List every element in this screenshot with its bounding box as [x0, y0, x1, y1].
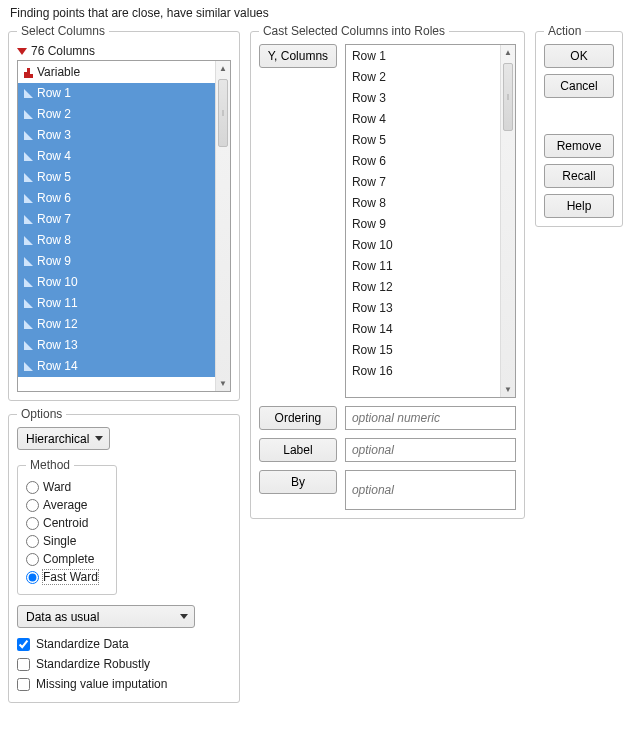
list-item[interactable]: Row 2	[18, 104, 215, 125]
continuous-icon	[24, 173, 33, 182]
list-item[interactable]: Row 1	[346, 46, 500, 67]
list-item[interactable]: Row 14	[346, 319, 500, 340]
list-item[interactable]: Row 2	[346, 67, 500, 88]
list-item-label: Row 11	[37, 293, 78, 314]
recall-button[interactable]: Recall	[544, 164, 614, 188]
list-item[interactable]: Row 5	[18, 167, 215, 188]
columns-listbox[interactable]: Variable Row 1 Row 2 Row 3 Row 4 Row 5 R…	[17, 60, 231, 392]
action-panel: Action OK Cancel Remove Recall Help	[535, 24, 623, 227]
missing-value-imputation-check[interactable]: Missing value imputation	[17, 674, 231, 694]
standardize-data-check[interactable]: Standardize Data	[17, 634, 231, 654]
method-radio-ward[interactable]: Ward	[26, 478, 108, 496]
by-button[interactable]: By	[259, 470, 337, 494]
method-radio-average[interactable]: Average	[26, 496, 108, 514]
list-item[interactable]: Row 5	[346, 130, 500, 151]
scroll-down-icon[interactable]: ▼	[501, 382, 515, 397]
list-item[interactable]: Row 1	[18, 83, 215, 104]
dialog-caption: Finding points that are close, have simi…	[10, 6, 623, 20]
disclosure-icon[interactable]	[17, 48, 27, 55]
scroll-up-icon[interactable]: ▲	[501, 45, 515, 60]
y-columns-button[interactable]: Y, Columns	[259, 44, 337, 68]
radio-input[interactable]	[26, 553, 39, 566]
label-input[interactable]	[345, 438, 516, 462]
radio-input[interactable]	[26, 517, 39, 530]
by-input[interactable]	[345, 470, 516, 510]
list-item[interactable]: Row 16	[346, 361, 500, 382]
radio-label: Ward	[43, 480, 71, 494]
standardize-robustly-check[interactable]: Standardize Robustly	[17, 654, 231, 674]
list-item[interactable]: Row 12	[18, 314, 215, 335]
radio-input[interactable]	[26, 571, 39, 584]
list-item[interactable]: Row 3	[18, 125, 215, 146]
scroll-up-icon[interactable]: ▲	[216, 61, 230, 76]
list-item[interactable]: Row 14	[18, 356, 215, 377]
method-radio-centroid[interactable]: Centroid	[26, 514, 108, 532]
list-item[interactable]: Row 10	[18, 272, 215, 293]
ordering-input[interactable]	[345, 406, 516, 430]
continuous-icon	[24, 320, 33, 329]
checkbox-input[interactable]	[17, 678, 30, 691]
list-item[interactable]: Row 7	[18, 209, 215, 230]
list-item[interactable]: Row 8	[18, 230, 215, 251]
radio-label: Average	[43, 498, 87, 512]
radio-input[interactable]	[26, 481, 39, 494]
continuous-icon	[24, 236, 33, 245]
method-radio-single[interactable]: Single	[26, 532, 108, 550]
checkbox-input[interactable]	[17, 658, 30, 671]
continuous-icon	[24, 89, 33, 98]
checkbox-input[interactable]	[17, 638, 30, 651]
list-item-label: Row 12	[37, 314, 78, 335]
list-item[interactable]: Row 4	[18, 146, 215, 167]
scrollbar[interactable]: ▲ ▼	[215, 61, 230, 391]
algorithm-combo-label: Hierarchical	[26, 432, 89, 446]
list-item[interactable]: Row 13	[18, 335, 215, 356]
column-count-row[interactable]: 76 Columns	[17, 44, 231, 58]
continuous-icon	[24, 299, 33, 308]
radio-input[interactable]	[26, 535, 39, 548]
continuous-icon	[24, 341, 33, 350]
list-item[interactable]: Row 13	[346, 298, 500, 319]
label-button[interactable]: Label	[259, 438, 337, 462]
continuous-icon	[24, 278, 33, 287]
list-item-label: Row 6	[37, 188, 71, 209]
list-item[interactable]: Row 6	[18, 188, 215, 209]
list-item[interactable]: Row 3	[346, 88, 500, 109]
continuous-icon	[24, 194, 33, 203]
ok-button[interactable]: OK	[544, 44, 614, 68]
list-item-label: Row 2	[37, 104, 71, 125]
nominal-icon	[24, 68, 33, 78]
checkbox-label: Missing value imputation	[36, 677, 167, 691]
radio-input[interactable]	[26, 499, 39, 512]
method-radio-complete[interactable]: Complete	[26, 550, 108, 568]
list-item[interactable]: Row 6	[346, 151, 500, 172]
continuous-icon	[24, 257, 33, 266]
list-item[interactable]: Row 12	[346, 277, 500, 298]
help-button[interactable]: Help	[544, 194, 614, 218]
list-item[interactable]: Row 9	[18, 251, 215, 272]
list-item-label: Row 7	[37, 209, 71, 230]
data-handling-combo[interactable]: Data as usual	[17, 605, 195, 628]
algorithm-combo[interactable]: Hierarchical	[17, 427, 110, 450]
list-item[interactable]: Row 9	[346, 214, 500, 235]
list-item[interactable]: Row 4	[346, 109, 500, 130]
chevron-down-icon	[95, 436, 103, 441]
list-item[interactable]: Row 8	[346, 193, 500, 214]
list-item[interactable]: Row 7	[346, 172, 500, 193]
options-legend: Options	[17, 407, 66, 421]
remove-button[interactable]: Remove	[544, 134, 614, 158]
list-item-label: Row 9	[37, 251, 71, 272]
radio-label: Complete	[43, 552, 94, 566]
scroll-thumb[interactable]	[503, 63, 513, 131]
list-item[interactable]: Row 10	[346, 235, 500, 256]
list-item[interactable]: Row 11	[346, 256, 500, 277]
cancel-button[interactable]: Cancel	[544, 74, 614, 98]
method-radio-fast-ward[interactable]: Fast Ward	[26, 568, 108, 586]
y-columns-listbox[interactable]: Row 1 Row 2 Row 3 Row 4 Row 5 Row 6 Row …	[345, 44, 516, 398]
ordering-button[interactable]: Ordering	[259, 406, 337, 430]
scrollbar[interactable]: ▲ ▼	[500, 45, 515, 397]
scroll-thumb[interactable]	[218, 79, 228, 147]
scroll-down-icon[interactable]: ▼	[216, 376, 230, 391]
list-item-variable[interactable]: Variable	[18, 62, 215, 83]
list-item[interactable]: Row 11	[18, 293, 215, 314]
list-item[interactable]: Row 15	[346, 340, 500, 361]
